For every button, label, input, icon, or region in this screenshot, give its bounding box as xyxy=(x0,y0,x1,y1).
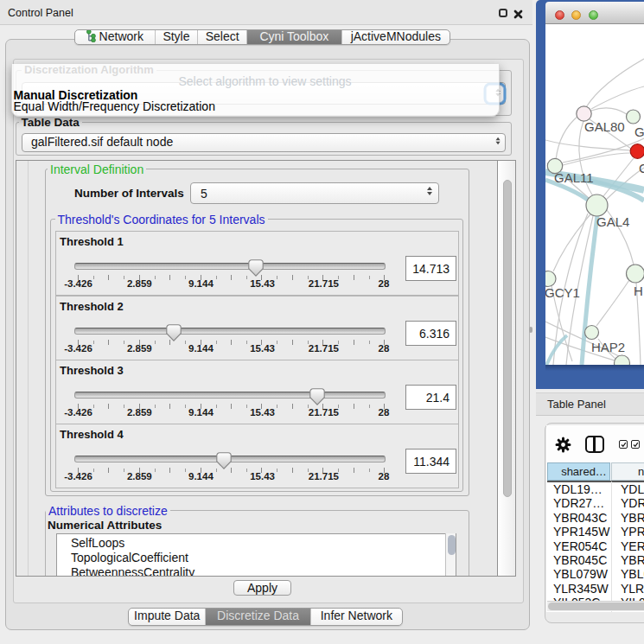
svg-text:HAP2: HAP2 xyxy=(591,340,625,354)
svg-text:G.: G. xyxy=(634,124,644,139)
svg-text:C: C xyxy=(639,161,644,175)
svg-text:H: H xyxy=(634,284,643,298)
svg-text:GCY1: GCY1 xyxy=(545,285,580,300)
svg-text:GAL4: GAL4 xyxy=(596,214,629,229)
svg-text:GAL80: GAL80 xyxy=(584,119,625,134)
svg-text:GAL11: GAL11 xyxy=(554,170,594,185)
